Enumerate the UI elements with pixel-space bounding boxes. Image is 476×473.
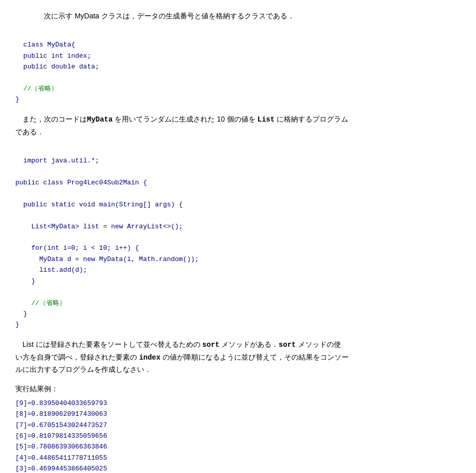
- desc-text-2: メソッドがある．: [219, 340, 279, 348]
- intro-text-2-suffix: を用いてランダムに生成された 10 個の値を: [112, 115, 257, 123]
- mydata-code-text: class MyData{ public int index; public d…: [15, 41, 99, 103]
- result-label: 実行結果例：: [15, 383, 461, 394]
- mydata-class-code: class MyData{ public int index; public d…: [15, 29, 461, 105]
- result-line: [9]=0.83950404033659793: [15, 399, 107, 407]
- intro-text-1: 次に示す MyData クラスは，データの生成番号と値を格納するクラスである．: [15, 10, 294, 22]
- result-line: [7]=0.67051543024473527: [15, 421, 107, 429]
- result-values: [9]=0.83950404033659793 [8]=0.8189062091…: [15, 398, 461, 473]
- sort-method-1: sort: [202, 341, 220, 349]
- main-class-code: import java.util.*; public class Prog4Le…: [15, 144, 461, 330]
- result-line: [8]=0.81890620917430063: [15, 410, 107, 418]
- intro-paragraph-1: 次に示す MyData クラスは，データの生成番号と値を格納するクラスである．: [15, 10, 461, 22]
- mydata-inline-code: MyData: [87, 115, 112, 124]
- result-label-text: 実行結果例：: [15, 385, 58, 393]
- result-line: [4]=0.44865411778711055: [15, 454, 107, 462]
- sort-method-2: sort: [279, 341, 296, 349]
- main-code-text: import java.util.*; public class Prog4Le…: [15, 157, 199, 329]
- index-word: index: [139, 353, 161, 362]
- result-line: [5]=0.78086393066363846: [15, 443, 107, 451]
- result-line: [6]=0.81079814335059656: [15, 432, 107, 440]
- result-line: [3]=0.46994453866405025: [15, 465, 107, 472]
- description-paragraph: List には登録された要素をソートして並べ替えるための sort メソッドがあ…: [15, 339, 461, 376]
- list-inline-code: List: [258, 115, 275, 124]
- desc-text-1: List には登録された要素をソートして並べ替えるための: [15, 340, 202, 348]
- intro-paragraph-2: また，次のコードはMyData を用いてランダムに生成された 10 個の値を L…: [15, 113, 461, 138]
- intro-text-2-prefix: また，次のコードは: [15, 115, 87, 123]
